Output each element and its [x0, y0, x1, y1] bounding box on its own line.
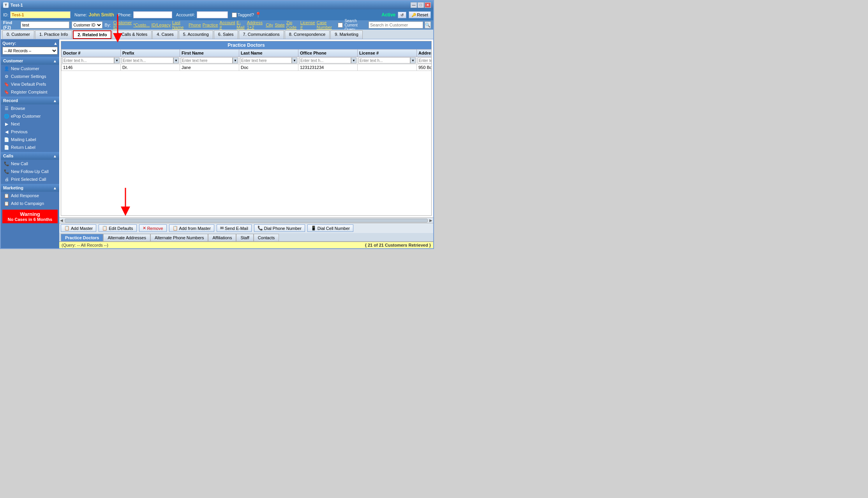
name-label: Name:: [74, 12, 87, 17]
nav-lastname[interactable]: Last Name: [172, 20, 187, 30]
bottom-tab-affiliations[interactable]: Affiliations: [208, 234, 236, 241]
sidebar-item-new-call[interactable]: 📞 New Call: [1, 160, 59, 168]
remove-button[interactable]: ✕ Remove: [139, 224, 167, 232]
sidebar-section-customer[interactable]: Customer ▲: [1, 57, 59, 65]
filter-license[interactable]: [358, 57, 410, 64]
sidebar-item-customer-settings[interactable]: ⚙ Customer Settings: [1, 72, 59, 80]
bottom-tab-staff[interactable]: Staff: [236, 234, 253, 241]
nav-customer-id[interactable]: Customer ID: [113, 20, 132, 30]
sidebar-item-view-prefs[interactable]: 🔖 View Default Prefs: [1, 80, 59, 88]
sidebar-section-marketing[interactable]: Marketing ▲: [1, 184, 59, 192]
nav-practice[interactable]: Practice: [203, 23, 218, 27]
find-type-dropdown[interactable]: Customer ID ID/Legacy Last Name: [72, 21, 102, 28]
filter-firstname-btn[interactable]: ▼: [233, 57, 238, 64]
tab-sales[interactable]: 6. Sales: [214, 30, 238, 39]
sidebar-section-record[interactable]: Record ▲: [1, 97, 59, 104]
reset-button[interactable]: 🔑 Reset: [409, 11, 431, 18]
sidebar-item-label: Add to Campaign: [11, 201, 44, 206]
nav-zip[interactable]: Zip Code: [286, 20, 299, 30]
refresh-button[interactable]: ↺: [398, 12, 406, 18]
add-master-button[interactable]: 📋 Add Master: [61, 224, 96, 232]
sidebar-item-print-call[interactable]: 🖨 Print Selected Call: [1, 175, 59, 183]
nav-address12[interactable]: Address 1+2: [247, 20, 264, 30]
bottom-tab-practice-doctors[interactable]: Practice Doctors: [61, 234, 103, 241]
nav-state[interactable]: State: [275, 23, 285, 27]
edit-defaults-button[interactable]: 📋 Edit Defaults: [99, 224, 136, 232]
bottom-tab-alt-phones[interactable]: Alternate Phone Numbers: [150, 234, 208, 241]
table-row[interactable]: 1146 Dr. Jane Doc 1231231234 950 Boardwa…: [62, 64, 432, 71]
filter-phone[interactable]: [299, 57, 351, 64]
account-input[interactable]: [197, 11, 228, 18]
maximize-button[interactable]: □: [418, 2, 424, 8]
col-address1: Address 1: [417, 49, 432, 57]
scroll-left-arrow[interactable]: ◀: [60, 218, 63, 223]
tab-correspondence[interactable]: 8. Correspondence: [285, 30, 330, 39]
search-input[interactable]: [369, 21, 423, 28]
filter-phone-btn[interactable]: ▼: [351, 57, 356, 64]
search-current-checkbox[interactable]: [338, 23, 343, 28]
bottom-tab-contacts[interactable]: Contacts: [254, 234, 279, 241]
followup-icon: 📞: [4, 169, 9, 174]
find-input[interactable]: [21, 21, 69, 28]
dial-cell-button[interactable]: 📱 Dial Cell Number: [307, 224, 353, 232]
tagged-checkbox[interactable]: [232, 12, 237, 18]
search-button[interactable]: 🔍: [425, 21, 431, 28]
sidebar-item-mailing-label[interactable]: 📄 Mailing Label: [1, 136, 59, 143]
find-nav-items: Customer ID *Custo... ID/Legacy Last Nam…: [113, 20, 336, 30]
sidebar-item-next[interactable]: ▶ Next: [1, 120, 59, 128]
sidebar-item-add-response[interactable]: 📋 Add Response: [1, 192, 59, 200]
tab-accounting[interactable]: 5. Accounting: [179, 30, 213, 39]
nav-city[interactable]: City: [266, 23, 273, 27]
filter-doctor-num[interactable]: [62, 57, 114, 64]
sidebar-collapse-customer-icon: ▲: [53, 59, 57, 63]
tab-marketing[interactable]: 9. Marketing: [330, 30, 363, 39]
tab-calls-notes[interactable]: 3. Calls & Notes: [112, 30, 152, 39]
sidebar-item-add-campaign[interactable]: 📋 Add to Campaign: [1, 200, 59, 207]
tab-customer[interactable]: 0. Customer: [2, 30, 34, 39]
sidebar-item-new-customer[interactable]: 👤 New Customer: [1, 65, 59, 72]
sidebar-item-new-followup[interactable]: 📞 New Follow-Up Call: [1, 168, 59, 175]
nav-email[interactable]: E-Mail: [236, 20, 245, 30]
tab-cases[interactable]: 4. Cases: [152, 30, 178, 39]
filter-doctor-num-btn[interactable]: ▼: [114, 57, 120, 64]
sidebar-section-calls[interactable]: Calls ▲: [1, 152, 59, 160]
minimize-button[interactable]: —: [411, 2, 417, 8]
filter-prefix[interactable]: [122, 57, 173, 64]
filter-lastname-btn[interactable]: ▼: [292, 57, 297, 64]
filter-firstname[interactable]: [181, 57, 233, 64]
filter-address1[interactable]: [418, 57, 432, 64]
nav-casenumber[interactable]: Case Number: [317, 20, 336, 30]
horizontal-scrollbar[interactable]: ◀ ▶: [59, 217, 433, 223]
add-from-master-button[interactable]: 📋 Add from Master: [169, 224, 214, 232]
nav-idlegacy[interactable]: ID/Legacy: [151, 23, 171, 27]
sidebar-item-label: Add Response: [11, 193, 39, 198]
filter-license-btn[interactable]: ▼: [410, 57, 416, 64]
browse-icon: ☰: [4, 106, 9, 111]
sidebar-item-register-complaint[interactable]: 🔖 Register Complaint: [1, 88, 59, 96]
filter-lastname[interactable]: [240, 57, 292, 64]
sidebar-item-label: Return Label: [11, 145, 35, 150]
sidebar-item-browse[interactable]: ☰ Browse: [1, 104, 59, 112]
tab-practice-info[interactable]: 1. Practice Info: [35, 30, 72, 39]
id-input[interactable]: [10, 11, 71, 18]
close-button[interactable]: ✕: [425, 2, 431, 8]
scroll-track[interactable]: [65, 219, 428, 223]
bottom-tabs: Practice Doctors Alternate Addresses Alt…: [59, 233, 433, 242]
sidebar-item-epop[interactable]: 🌐 ePop Customer: [1, 112, 59, 120]
query-dropdown[interactable]: -- All Records --: [2, 47, 58, 55]
bottom-tab-alt-addresses[interactable]: Alternate Addresses: [103, 234, 150, 241]
tab-related-info[interactable]: 2. Related Info: [73, 30, 111, 39]
scroll-right-arrow[interactable]: ▶: [429, 218, 432, 223]
phone-input[interactable]: [133, 11, 172, 18]
nav-phone[interactable]: Phone: [189, 23, 201, 27]
nav-license[interactable]: License #: [300, 20, 315, 30]
sidebar-item-previous[interactable]: ◀ Previous: [1, 128, 59, 136]
tab-communications[interactable]: 7. Communications: [239, 30, 284, 39]
sidebar-item-return-label[interactable]: 📄 Return Label: [1, 143, 59, 151]
nav-custo[interactable]: *Custo...: [133, 23, 150, 27]
edit-defaults-label: Edit Defaults: [109, 226, 133, 231]
nav-account[interactable]: Account #: [220, 20, 235, 30]
filter-prefix-btn[interactable]: ▼: [173, 57, 179, 64]
dial-phone-button[interactable]: 📞 Dial Phone Number: [254, 224, 305, 232]
send-email-button[interactable]: ✉ Send E-Mail: [217, 224, 252, 232]
